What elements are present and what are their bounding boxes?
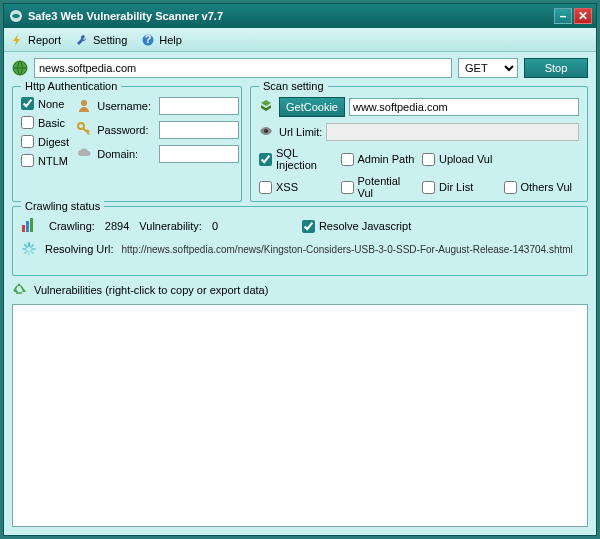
cookie-input[interactable] xyxy=(349,98,579,116)
http-auth-legend: Http Authentication xyxy=(21,80,121,92)
svg-point-4 xyxy=(81,100,87,106)
ntlm-checkbox[interactable]: NTLM xyxy=(21,154,69,167)
resolving-label: Resolving Url: xyxy=(45,243,113,255)
titlebar: Safe3 Web Vulnerability Scanner v7.7 – ✕ xyxy=(4,4,596,28)
potential-vul-checkbox[interactable]: Potential Vul xyxy=(341,175,417,199)
svg-text:?: ? xyxy=(145,34,152,45)
admin-path-checkbox[interactable]: Admin Path xyxy=(341,147,417,171)
recycle-icon xyxy=(12,282,28,298)
user-icon xyxy=(77,98,93,114)
help-icon: ? xyxy=(141,33,155,47)
password-field[interactable] xyxy=(159,121,239,139)
crawling-label: Crawling: xyxy=(49,220,95,232)
crawling-count: 2894 xyxy=(105,220,129,232)
bars-icon xyxy=(21,217,39,235)
url-row: GET Stop xyxy=(12,58,588,78)
username-field[interactable] xyxy=(159,97,239,115)
method-select[interactable]: GET xyxy=(458,58,518,78)
setting-label: Setting xyxy=(93,34,127,46)
vulnerabilities-list[interactable] xyxy=(12,304,588,527)
spinner-icon xyxy=(21,241,37,257)
report-button[interactable]: Report xyxy=(10,33,61,47)
basic-checkbox[interactable]: Basic xyxy=(21,116,69,129)
cloud-icon xyxy=(77,146,93,162)
svg-rect-7 xyxy=(22,225,25,232)
sql-injection-checkbox[interactable]: SQL Injection xyxy=(259,147,335,171)
svg-point-6 xyxy=(264,129,268,133)
http-auth-fieldset: Http Authentication None Basic Digest NT… xyxy=(12,86,242,202)
urllimit-label: Url Limit: xyxy=(279,126,322,138)
window-title: Safe3 Web Vulnerability Scanner v7.7 xyxy=(28,10,554,22)
urllimit-input[interactable] xyxy=(326,123,579,141)
svg-rect-8 xyxy=(26,221,29,232)
domain-field[interactable] xyxy=(159,145,239,163)
help-button[interactable]: ? Help xyxy=(141,33,182,47)
scan-setting-fieldset: Scan setting GetCookie Url Limit: SQL In… xyxy=(250,86,588,202)
app-window: Safe3 Web Vulnerability Scanner v7.7 – ✕… xyxy=(3,3,597,536)
domain-label: Domain: xyxy=(97,148,155,160)
report-label: Report xyxy=(28,34,61,46)
toolbar: Report Setting ? Help xyxy=(4,28,596,52)
minimize-button[interactable]: – xyxy=(554,8,572,24)
username-label: Username: xyxy=(97,100,155,112)
key-icon xyxy=(77,122,93,138)
getcookie-button[interactable]: GetCookie xyxy=(279,97,345,117)
crawl-legend: Crawling status xyxy=(21,200,104,212)
vulnerabilities-label: Vulnerabilities (right-click to copy or … xyxy=(34,284,268,296)
upload-vul-checkbox[interactable]: Upload Vul xyxy=(422,147,498,171)
resolving-url: http://news.softpedia.com/news/Kingston-… xyxy=(121,244,572,255)
stop-button[interactable]: Stop xyxy=(524,58,588,78)
crawling-status-fieldset: Crawling status Crawling: 2894 Vulnerabi… xyxy=(12,206,588,276)
setting-button[interactable]: Setting xyxy=(75,33,127,47)
vulnerability-label: Vulnerability: xyxy=(139,220,202,232)
wrench-icon xyxy=(75,33,89,47)
others-vul-checkbox[interactable]: Others Vul xyxy=(504,175,580,199)
svg-rect-9 xyxy=(30,218,33,232)
globe-icon xyxy=(12,60,28,76)
vulnerability-count: 0 xyxy=(212,220,252,232)
lightning-icon xyxy=(10,33,24,47)
eye-icon xyxy=(259,124,275,140)
resolve-js-checkbox[interactable]: Resolve Javascript xyxy=(302,220,411,233)
close-button[interactable]: ✕ xyxy=(574,8,592,24)
none-checkbox[interactable]: None xyxy=(21,97,69,110)
help-label: Help xyxy=(159,34,182,46)
xss-checkbox[interactable]: XSS xyxy=(259,175,335,199)
password-label: Password: xyxy=(97,124,155,136)
digest-checkbox[interactable]: Digest xyxy=(21,135,69,148)
scan-legend: Scan setting xyxy=(259,80,328,92)
url-input[interactable] xyxy=(34,58,452,78)
dir-list-checkbox[interactable]: Dir List xyxy=(422,175,498,199)
app-icon xyxy=(8,8,24,24)
cookie-icon xyxy=(259,99,275,115)
vulnerabilities-header: Vulnerabilities (right-click to copy or … xyxy=(12,282,588,298)
